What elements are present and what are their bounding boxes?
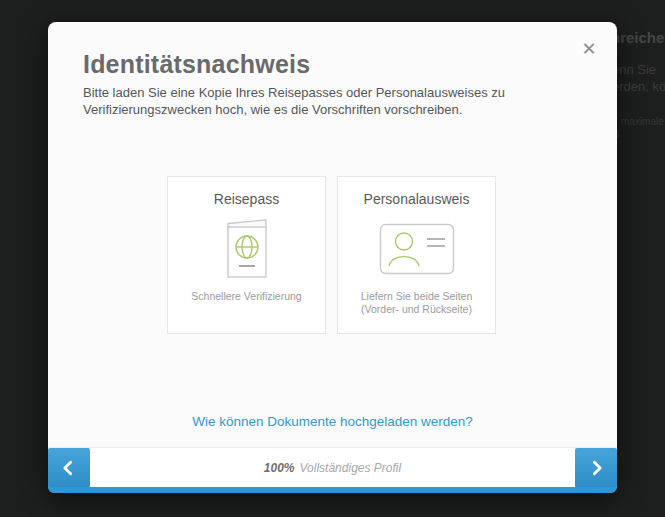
- option-caption: Liefern Sie beide Seiten (Vorder- und Rü…: [338, 290, 495, 328]
- background-text-fragment: enn Sie: [612, 62, 656, 77]
- next-step-button[interactable]: [575, 448, 617, 488]
- chevron-left-icon: [59, 458, 79, 478]
- background-text-fragment: maximale: [621, 116, 664, 127]
- upload-help-link[interactable]: Wie können Dokumente hochgeladen werden?: [48, 414, 617, 429]
- option-card-id-card[interactable]: Personalausweis Liefern Sie beide Seiten…: [337, 176, 496, 334]
- modal-subtitle: Bitte laden Sie eine Kopie Ihres Reisepa…: [83, 85, 535, 118]
- id-card-icon: [379, 207, 455, 290]
- previous-step-button[interactable]: [48, 448, 90, 488]
- modal-title: Identitätsnachweis: [83, 49, 310, 80]
- option-title: Reisepass: [214, 191, 279, 207]
- progress-label: Vollständiges Profil: [300, 461, 402, 475]
- close-icon[interactable]: ✕: [576, 36, 602, 62]
- profile-progress-text: 100% Vollständiges Profil: [90, 448, 575, 487]
- profile-progress-bar: [48, 487, 617, 493]
- passport-icon: [220, 207, 274, 290]
- option-title: Personalausweis: [364, 191, 470, 207]
- option-caption: Schnellere Verifizierung: [184, 290, 308, 328]
- profile-progress-footer: 100% Vollständiges Profil: [48, 447, 617, 487]
- document-options: Reisepass Schnellere Verifizierung Perso…: [167, 176, 496, 334]
- identity-verification-modal: ✕ Identitätsnachweis Bitte laden Sie ein…: [48, 22, 617, 493]
- chevron-right-icon: [586, 458, 606, 478]
- background-text-fragment: nreichen: [611, 29, 665, 46]
- progress-percent: 100%: [264, 461, 295, 475]
- background-text-fragment: erden, kö: [612, 79, 665, 94]
- option-card-passport[interactable]: Reisepass Schnellere Verifizierung: [167, 176, 326, 334]
